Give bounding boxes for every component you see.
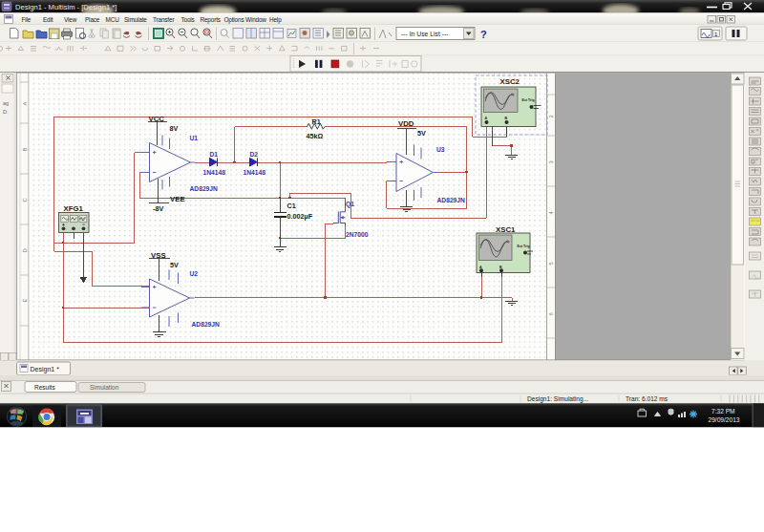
svg-text:A: A [479, 266, 482, 269]
svg-text:Simulate: Simulate [124, 16, 147, 23]
svg-text:Tools: Tools [181, 16, 195, 23]
svg-text:5V: 5V [417, 129, 426, 138]
svg-text:2: 2 [548, 115, 554, 117]
svg-text:XSC2: XSC2 [500, 77, 520, 86]
svg-text:E: E [22, 299, 28, 303]
svg-text:5: 5 [548, 262, 554, 265]
svg-text:B: B [505, 117, 508, 120]
svg-text:C: C [22, 198, 28, 202]
svg-text:Transfer: Transfer [153, 16, 175, 23]
svg-text:--- In Use List ---: --- In Use List --- [401, 31, 448, 37]
svg-text:Q1: Q1 [346, 201, 354, 208]
svg-text:Tran: 6.012 ms: Tran: 6.012 ms [626, 395, 668, 402]
svg-text:-8V: -8V [153, 204, 163, 213]
svg-text:XSC1: XSC1 [496, 225, 516, 234]
svg-text:D: D [22, 248, 28, 252]
svg-text:Window: Window [245, 16, 266, 23]
svg-text:D1: D1 [210, 151, 219, 158]
svg-text:U3: U3 [436, 146, 445, 153]
svg-text:Design1: Simulating...: Design1: Simulating... [527, 395, 588, 403]
svg-text:U1: U1 [190, 135, 199, 141]
svg-text:XFG1: XFG1 [64, 204, 84, 213]
svg-text:Place: Place [85, 16, 100, 23]
svg-text:?: ? [480, 29, 487, 40]
svg-text:AD829JN: AD829JN [192, 321, 221, 328]
svg-text:VSS: VSS [151, 251, 166, 260]
svg-text:5V: 5V [170, 261, 179, 269]
svg-text:AD829JN: AD829JN [190, 185, 219, 192]
svg-text:VDD: VDD [398, 119, 414, 128]
svg-text:3: 3 [548, 160, 554, 163]
svg-text:0.002µF: 0.002µF [287, 212, 313, 221]
svg-text:1N4148: 1N4148 [244, 169, 266, 176]
svg-text:View: View [64, 16, 77, 23]
svg-text:C1: C1 [287, 202, 296, 210]
svg-text:D:: D: [3, 109, 9, 115]
svg-text:A: A [485, 117, 488, 120]
svg-text:1N4148: 1N4148 [203, 169, 226, 176]
svg-text:File: File [22, 16, 32, 23]
svg-text:Options: Options [224, 16, 244, 24]
svg-text:B: B [22, 148, 28, 152]
svg-text:Design1 *: Design1 * [31, 366, 60, 373]
svg-text:Reports: Reports [201, 16, 221, 24]
svg-text:U2: U2 [190, 270, 199, 277]
svg-text:45kΩ: 45kΩ [307, 132, 324, 140]
svg-text:VCC: VCC [149, 115, 165, 123]
svg-text:R1: R1 [312, 117, 321, 126]
svg-text:Design1 - Multisim - [Design1: Design1 - Multisim - [Design1 *] [15, 3, 117, 11]
svg-text:6: 6 [548, 312, 554, 315]
svg-text:Ext Trig: Ext Trig [522, 98, 535, 102]
svg-text:A: A [22, 102, 28, 106]
svg-text:Ext Trig: Ext Trig [518, 245, 530, 248]
svg-text:AD829JN: AD829JN [437, 197, 466, 203]
svg-text:Simulation: Simulation [90, 384, 119, 391]
svg-text:7:32 PM: 7:32 PM [711, 408, 735, 415]
svg-text:8V: 8V [170, 124, 179, 133]
svg-text:Edit: Edit [43, 16, 53, 23]
svg-text:2N7000: 2N7000 [346, 231, 369, 238]
svg-text:MCU: MCU [106, 16, 120, 23]
svg-text:29/09/2013: 29/09/2013 [709, 416, 740, 423]
svg-text:VEE: VEE [170, 195, 185, 203]
svg-text:D2: D2 [250, 151, 259, 158]
svg-text:ag: ag [3, 100, 9, 106]
svg-text:Help: Help [269, 16, 282, 24]
svg-text:B: B [499, 266, 502, 269]
svg-text:Results: Results [34, 384, 55, 391]
